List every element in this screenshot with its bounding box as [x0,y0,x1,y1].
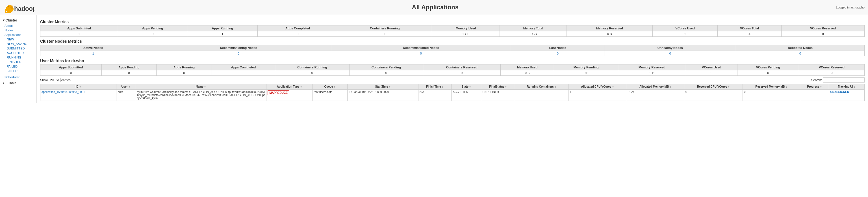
cn-val-0: 1 [40,51,146,56]
cm-hdr-8: VCores Used [653,25,718,31]
cm-hdr-5: Memory Used [432,25,500,31]
um-val-0: 0 [40,71,102,76]
sidebar-link-accepted[interactable]: ACCEPTED [0,51,36,55]
svg-point-2 [8,6,9,7]
sidebar-tools[interactable]: Tools [8,81,17,85]
search-area: Search: [811,78,865,83]
th-progress[interactable]: Progress [800,84,829,90]
um-hdr-6: Containers Reserved [423,64,500,71]
cm-hdr-7: Memory Reserved [566,25,652,31]
cn-val-5: 0 [736,51,865,56]
um-val-5: 0 [349,71,423,76]
um-hdr-10: VCores Used [686,64,738,71]
sidebar-link-submitted[interactable]: SUBMITTED [0,46,36,51]
th-res-cpu[interactable]: Reserved CPU VCores [684,84,743,90]
th-tracking-ui[interactable]: Tracking UI [829,84,865,90]
cm-hdr-2: Apps Running [187,25,258,31]
entries-select[interactable]: 20 50 100 [49,78,60,82]
cell-name: Kylin Hive Column Cardinality Job table=… [135,90,267,101]
th-starttime[interactable]: StartTime [347,84,418,90]
search-input[interactable] [823,78,865,83]
svg-rect-4 [7,11,9,13]
tracking-ui-link[interactable]: UNASSIGNED [830,90,849,93]
th-running-containers[interactable]: Running Containers [515,84,568,90]
um-val-11: 0 [737,71,799,76]
table-controls: Show 20 50 100 entries Search: [40,78,865,83]
sidebar: Cluster About Nodes Applications NEW NEW… [0,15,37,103]
th-name[interactable]: Name [135,84,267,90]
um-hdr-3: Apps Completed [212,64,275,71]
applications-table: ID User Name Application Type Queue Star… [40,84,865,101]
cell-res-mem: 0 [743,90,800,101]
th-finishtime[interactable]: FinishTime [418,84,451,90]
content: Cluster Metrics Apps Submitted Apps Pend… [37,15,868,103]
sidebar-link-new[interactable]: NEW [0,37,36,41]
sidebar-scheduler[interactable]: Scheduler [0,75,36,79]
cn-hdr-4: Unhealthy Nodes [604,45,736,51]
cm-val-2: 1 [187,31,258,37]
um-hdr-4: Containers Running [275,64,349,71]
th-queue[interactable]: Queue [312,84,347,90]
cluster-metrics-table: Apps Submitted Apps Pending Apps Running… [40,25,865,37]
cluster-nodes-table: Active Nodes Decommissioning Nodes Decom… [40,45,865,56]
svg-point-3 [10,5,13,9]
cell-res-cpu: 0 [684,90,743,101]
cluster-section[interactable]: Cluster [0,17,36,24]
um-val-10: 0 [686,71,738,76]
th-apptype[interactable]: Application Type [267,84,312,90]
sidebar-link-nodes[interactable]: Nodes [0,28,36,32]
um-hdr-1: Apps Pending [101,64,156,71]
sidebar-link-new-saving[interactable]: NEW_SAVING [0,41,36,46]
um-hdr-11: VCores Pending [737,64,799,71]
cell-user: hdfs [116,90,135,101]
cm-val-7: 0 B [566,31,652,37]
um-hdr-7: Memory Used [500,64,554,71]
cell-progress [800,90,829,101]
th-id[interactable]: ID [40,84,116,90]
svg-text:hadoop: hadoop [14,5,34,12]
main-layout: Cluster About Nodes Applications NEW NEW… [0,15,868,103]
cn-hdr-3: Lost Nodes [511,45,604,51]
th-alloc-cpu[interactable]: Allocated CPU VCores [568,84,627,90]
user-metrics-title: User Metrics for dr.who [40,58,865,63]
cm-hdr-10: VCores Reserved [781,25,864,31]
cluster-nodes-title: Cluster Nodes Metrics [40,39,865,44]
th-user[interactable]: User [116,84,135,90]
cn-val-2: 0 [331,51,511,56]
um-hdr-2: Apps Running [156,64,212,71]
th-finalstatus[interactable]: FinalStatus [481,84,515,90]
th-state[interactable]: State [452,84,481,90]
cn-hdr-5: Rebooted Nodes [736,45,865,51]
page-title: All Applications [34,4,836,11]
cell-running-containers: 1 [515,90,568,101]
cm-val-6: 8 GB [500,31,566,37]
cm-val-1: 0 [118,31,187,37]
cn-hdr-2: Decommissioned Nodes [331,45,511,51]
um-val-12: 0 [799,71,864,76]
sidebar-link-killed[interactable]: KILLED [0,69,36,73]
th-res-mem[interactable]: Reserved Memory MB [743,84,800,90]
sidebar-link-running[interactable]: RUNNING [0,55,36,60]
cn-val-4: 0 [604,51,736,56]
logo-area: hadoop [3,1,34,13]
th-alloc-mem[interactable]: Allocated Memory MB [627,84,684,90]
um-hdr-0: Apps Submitted [40,64,102,71]
cell-state: ACCEPTED [452,90,481,101]
cell-tracking-ui: UNASSIGNED [829,90,865,101]
sidebar-link-finished[interactable]: FINISHED [0,60,36,64]
sidebar-link-about[interactable]: About [0,24,36,28]
hadoop-logo: hadoop [3,1,34,13]
um-val-7: 0 B [500,71,554,76]
user-metrics-table: Apps Submitted Apps Pending Apps Running… [40,64,865,76]
cm-val-4: 1 [338,31,432,37]
topbar: hadoop All Applications Logged in as: dr… [0,0,868,15]
um-hdr-9: Memory Reserved [618,64,686,71]
cm-hdr-1: Apps Pending [118,25,187,31]
cm-hdr-0: Apps Submitted [40,25,118,31]
sidebar-link-applications[interactable]: Applications [0,32,36,37]
cn-val-1: 0 [146,51,331,56]
cell-id: application_1580404288983_0001 [40,90,116,101]
app-id-link[interactable]: application_1580404288983_0001 [41,90,85,93]
cm-val-0: 1 [40,31,118,37]
sidebar-link-failed[interactable]: FAILED [0,64,36,69]
